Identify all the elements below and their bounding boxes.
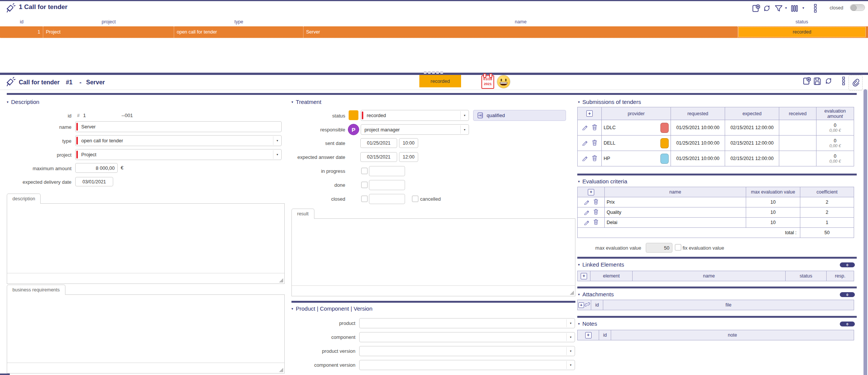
refresh-icon[interactable] — [762, 4, 771, 13]
chevron-down-icon[interactable]: ▼ — [460, 111, 469, 120]
columns-caret-icon[interactable]: ▼ — [802, 6, 805, 10]
chevron-down-icon[interactable]: ▼ — [566, 319, 575, 327]
delete-icon[interactable] — [592, 139, 598, 147]
add-criterion-button[interactable]: + — [588, 189, 594, 195]
link-icon[interactable] — [584, 302, 590, 308]
done-date-field[interactable] — [369, 180, 405, 190]
delete-icon[interactable] — [593, 198, 599, 206]
chevron-down-icon[interactable]: ▼ — [566, 333, 575, 341]
resize-handle[interactable] — [279, 368, 283, 372]
max-amount-field[interactable]: 8 000,00 — [75, 163, 118, 173]
chevron-down-icon[interactable]: ▼ — [460, 125, 469, 134]
status-select[interactable]: recorded ▼ — [361, 110, 469, 121]
section-criteria-title[interactable]: ▾Evaluation criteria — [578, 178, 627, 184]
max-eval-field[interactable]: 50 — [646, 243, 672, 253]
section-attachments-title[interactable]: ▾Attachments — [578, 291, 614, 297]
add-linked-element-button[interactable]: + — [581, 273, 587, 279]
closed-date-field[interactable] — [369, 194, 405, 204]
closed-label: closed — [286, 196, 345, 202]
responsible-avatar[interactable]: P — [348, 124, 359, 135]
section-description-title[interactable]: ▾Description — [7, 99, 39, 105]
sent-date-field[interactable]: 01/25/2021 — [360, 138, 397, 148]
responsible-select[interactable]: project manager ▼ — [361, 124, 469, 135]
section-product-title[interactable]: ▾Product | Component | Version — [291, 305, 372, 312]
resize-handle[interactable] — [279, 278, 283, 282]
more-menu-icon[interactable] — [841, 76, 846, 86]
save-icon[interactable] — [813, 76, 822, 85]
component-select[interactable]: ▼ — [359, 332, 575, 342]
product-version-select[interactable]: ▼ — [359, 346, 575, 356]
attachment-dropzone[interactable] — [848, 75, 863, 91]
project-value: Project — [78, 152, 96, 157]
delivery-date-field[interactable]: 03/01/2021 — [75, 177, 113, 186]
type-select[interactable]: open call for tender ▼ — [75, 135, 282, 146]
fix-eval-checkbox[interactable] — [675, 244, 681, 251]
in-progress-checkbox[interactable] — [361, 168, 368, 174]
delete-icon[interactable] — [593, 209, 599, 216]
cancelled-checkbox[interactable] — [412, 195, 419, 202]
in-progress-date-field[interactable] — [369, 166, 405, 176]
delete-icon[interactable] — [593, 219, 599, 226]
tab-description[interactable]: description — [7, 194, 41, 204]
component-version-select[interactable]: ▼ — [359, 360, 575, 370]
section-treatment-title[interactable]: ▾Treatment — [291, 99, 321, 105]
linked-count-badge: 0 — [840, 262, 855, 267]
section-notes-title[interactable]: ▾Notes — [578, 320, 597, 327]
edit-icon[interactable] — [582, 124, 588, 131]
splitter-grip[interactable] — [424, 71, 443, 74]
section-submissions-title[interactable]: ▾Submissions of tenders — [578, 99, 641, 105]
result-editor-area[interactable] — [292, 219, 575, 286]
vertical-scrollbar[interactable] — [863, 89, 867, 375]
more-menu-icon[interactable] — [813, 3, 818, 13]
smiley-icon[interactable] — [497, 75, 510, 88]
tender-row[interactable]: 1 Project open call for tender Server re… — [0, 26, 868, 38]
tab-result[interactable]: result — [291, 209, 314, 219]
edit-icon[interactable] — [584, 209, 590, 216]
edit-icon[interactable] — [582, 139, 588, 147]
filter-icon[interactable] — [774, 4, 783, 13]
col-header-id[interactable]: id — [0, 18, 43, 26]
business-requirements-editor[interactable] — [7, 294, 285, 373]
criterion-row: Quality 10 2 — [578, 207, 854, 218]
col-header-status[interactable]: status — [738, 18, 866, 26]
sent-time-field[interactable]: 10:00 — [399, 138, 418, 148]
add-submission-button[interactable]: + — [586, 110, 593, 117]
add-attachment-button[interactable]: + — [578, 302, 584, 308]
expected-answer-time-field[interactable]: 12:00 — [399, 152, 418, 162]
expected-answer-date-field[interactable]: 02/15/2021 — [360, 152, 397, 162]
business-requirements-editor-area[interactable] — [7, 295, 284, 363]
description-editor[interactable] — [7, 203, 285, 284]
columns-icon[interactable] — [790, 4, 799, 13]
closed-toggle[interactable] — [850, 4, 865, 11]
col-header-type[interactable]: type — [174, 18, 303, 26]
filter-caret-icon[interactable]: ▼ — [785, 6, 788, 10]
edit-icon[interactable] — [584, 219, 590, 226]
refresh-icon[interactable] — [824, 76, 833, 85]
result-editor[interactable] — [291, 218, 575, 296]
calendar-date-icon[interactable]: 01/28 2021 — [481, 75, 494, 89]
col-header-project[interactable]: project — [43, 18, 174, 26]
project-select[interactable]: Project ▼ — [75, 149, 282, 160]
chevron-down-icon[interactable]: ▼ — [273, 150, 281, 159]
edit-icon[interactable] — [582, 155, 588, 162]
product-select[interactable]: ▼ — [359, 318, 575, 328]
delete-icon[interactable] — [592, 155, 598, 163]
chevron-down-icon[interactable]: ▼ — [273, 136, 281, 145]
new-record-icon[interactable] — [751, 3, 760, 13]
closed-checkbox[interactable] — [361, 195, 368, 202]
chevron-down-icon[interactable]: ▼ — [566, 347, 575, 355]
resize-handle[interactable] — [570, 291, 574, 295]
col-header-name[interactable]: name — [303, 18, 738, 26]
delete-icon[interactable] — [592, 124, 598, 132]
chevron-down-icon[interactable]: ▼ — [566, 361, 575, 369]
add-note-button[interactable]: + — [585, 332, 592, 338]
tab-business-requirements[interactable]: business requirements — [7, 285, 65, 295]
section-linked-title[interactable]: ▾Linked Elements — [578, 261, 624, 268]
new-record-icon[interactable] — [802, 76, 811, 86]
linked-col-name: name — [633, 271, 786, 281]
edit-icon[interactable] — [584, 199, 590, 206]
name-field[interactable]: Server — [75, 121, 282, 132]
done-checkbox[interactable] — [361, 181, 368, 188]
description-editor-area[interactable] — [7, 204, 284, 273]
qualified-transition-button[interactable]: qualified — [473, 110, 566, 121]
